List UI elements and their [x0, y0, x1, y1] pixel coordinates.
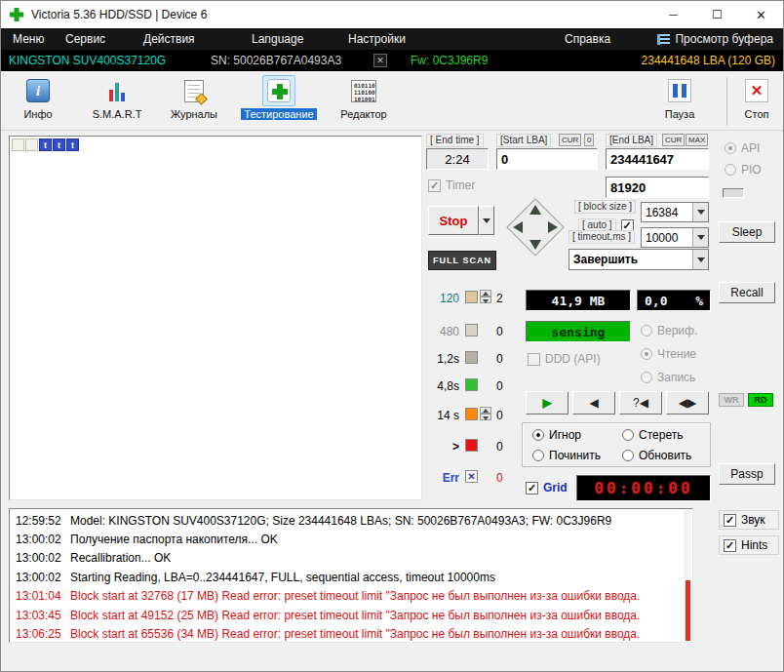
speed-block-icon [465, 378, 478, 391]
passport-button[interactable]: Passp [719, 463, 775, 485]
log-row: 12:59:52 Model: KINGSTON SUV400S37120G; … [10, 511, 692, 530]
sound-checkbox[interactable]: Звук [719, 510, 779, 530]
grid-checkbox[interactable]: Grid [526, 481, 568, 494]
ddd-api-checkbox[interactable]: DDD (API) [528, 352, 601, 366]
full-scan-button[interactable]: FULL SCAN [428, 251, 496, 270]
victoria-window: Victoria 5.36 HDD/SSD | Device 6 ─ ☐ ✕ М… [0, 0, 784, 672]
maximize-button[interactable]: ☐ [695, 1, 739, 28]
toolbar-button-editor[interactable]: Редактор [333, 75, 395, 120]
reverse-button[interactable]: ◀ [572, 391, 615, 415]
block-size-value: 16384 [642, 206, 692, 219]
device-model[interactable]: KINGSTON SUV400S37120G [9, 50, 166, 71]
minimize-button[interactable]: ─ [651, 1, 695, 28]
toolbar-button-journals[interactable]: Журналы [165, 75, 223, 120]
direction-pad[interactable] [504, 196, 567, 258]
pio-radio[interactable]: PIO [725, 163, 762, 177]
toolbar-button-stop[interactable]: ✕ Стоп [734, 75, 779, 120]
end-time-label: [ End time ] [426, 134, 484, 147]
butterfly-button[interactable]: ◀▶ [666, 391, 709, 415]
arrow-right-icon[interactable] [548, 221, 558, 233]
toolbar-button-testing[interactable]: Тестирование [235, 75, 323, 120]
arrow-up-icon[interactable] [529, 205, 541, 215]
scan-block-map[interactable]: t t t [9, 136, 422, 500]
end-lba-input[interactable] [606, 148, 709, 170]
sleep-button[interactable]: Sleep [719, 221, 775, 243]
toolbar-button-pause[interactable]: Пауза [652, 75, 707, 120]
radio-icon [641, 372, 652, 383]
end-lba-max-button[interactable]: MAX [686, 134, 708, 146]
recall-button[interactable]: Recall [719, 282, 775, 303]
journal-icon [184, 80, 204, 102]
menu-item-help[interactable]: Справка [565, 28, 610, 50]
log-row-error: 13:06:25 Block start at 65536 (34 MB) Re… [10, 624, 692, 643]
speed-count: 0 [496, 325, 503, 338]
stop-test-button[interactable]: Stop [428, 206, 479, 235]
chevron-down-icon [692, 228, 708, 247]
checkbox-icon [428, 179, 441, 192]
timer-label: Timer [446, 178, 475, 192]
block-size-select[interactable]: 16384 [641, 202, 709, 222]
timeout-select[interactable]: 10000 [641, 227, 709, 248]
arrow-left-icon[interactable] [513, 221, 523, 233]
ignore-radio[interactable]: Игнор [532, 428, 581, 442]
block-row: t t t [12, 138, 419, 151]
start-lba-cur-button[interactable]: CUR [559, 134, 581, 146]
read-radio[interactable]: Чтение [641, 347, 696, 361]
repair-radio[interactable]: Починить [532, 449, 601, 462]
speed-spinner[interactable] [480, 290, 491, 303]
verify-radio[interactable]: Вериф. [641, 324, 697, 337]
error-scroll-marker [686, 580, 690, 641]
end-lba-cur-button[interactable]: CUR [662, 134, 685, 146]
start-lba-input[interactable] [496, 148, 598, 170]
menu-item-settings[interactable]: Настройки [348, 28, 406, 50]
checkbox-icon [724, 514, 736, 527]
write-mode-chip[interactable]: WR [719, 393, 744, 407]
scan-block-timeout: t [39, 138, 52, 151]
toolbar-label-stop: Стоп [745, 108, 769, 120]
menu-item-menu[interactable]: Меню [13, 28, 44, 50]
stop-dropdown-button[interactable] [479, 206, 494, 235]
pio-label: PIO [741, 163, 762, 177]
log-row-error: 13:01:04 Block start at 32768 (17 MB) Re… [10, 587, 692, 606]
speed-count: 0 [496, 379, 503, 393]
write-radio[interactable]: Запись [641, 371, 695, 384]
log-message: Recallibration... OK [70, 551, 171, 565]
toolbar-button-info[interactable]: Инфо [13, 75, 63, 120]
log-time: 13:06:25 [10, 627, 70, 641]
on-finish-select[interactable]: Завершить [568, 249, 709, 270]
buffer-view-button[interactable]: Просмотр буфера [657, 28, 773, 50]
start-test-button[interactable]: ▶ [526, 391, 568, 415]
on-finish-value: Завершить [569, 253, 692, 266]
menu-item-language[interactable]: Language [252, 28, 303, 50]
start-lba-zero-button[interactable]: 0 [584, 134, 594, 146]
timer-checkbox[interactable]: Timer [428, 178, 475, 192]
close-button[interactable]: ✕ [739, 1, 783, 28]
toolbar-label-testing: Тестирование [241, 108, 316, 120]
speed-spinner[interactable] [480, 407, 491, 420]
question-seek-icon: ?◀ [633, 396, 648, 410]
device-firmware: Fw: 0C3J96R9 [411, 50, 488, 71]
menu-item-service[interactable]: Сервис [65, 28, 105, 50]
api-label: API [741, 141, 760, 155]
erase-radio[interactable]: Стереть [622, 428, 683, 442]
percent-lcd: 0,0 % [637, 290, 711, 311]
hints-checkbox[interactable]: Hints [719, 535, 779, 555]
titlebar: Victoria 5.36 HDD/SSD | Device 6 ─ ☐ ✕ [1, 1, 783, 28]
back-arrow-icon: ◀ [589, 396, 598, 410]
speed-block-icon [465, 291, 478, 303]
seek-test-button[interactable]: ?◀ [619, 391, 662, 415]
verify-label: Вериф. [657, 324, 697, 337]
log-message: Block start at 32768 (17 MB) Read error:… [70, 589, 640, 603]
arrow-down-icon[interactable] [529, 240, 541, 250]
api-radio[interactable]: API [725, 141, 760, 155]
timer-value-input[interactable] [606, 177, 709, 198]
menu-item-actions[interactable]: Действия [143, 28, 195, 50]
serial-close-icon[interactable]: ✕ [373, 54, 387, 67]
read-mode-chip[interactable]: RD [748, 393, 773, 407]
play-icon: ▶ [542, 396, 551, 410]
toolbar-button-smart[interactable]: S.M.A.R.T [87, 75, 147, 120]
log-scrollbar[interactable] [684, 510, 691, 641]
log-area[interactable]: 12:59:52 Model: KINGSTON SUV400S37120G; … [9, 508, 693, 643]
refresh-radio[interactable]: Обновить [622, 449, 691, 462]
scan-block-timeout: t [53, 138, 65, 151]
